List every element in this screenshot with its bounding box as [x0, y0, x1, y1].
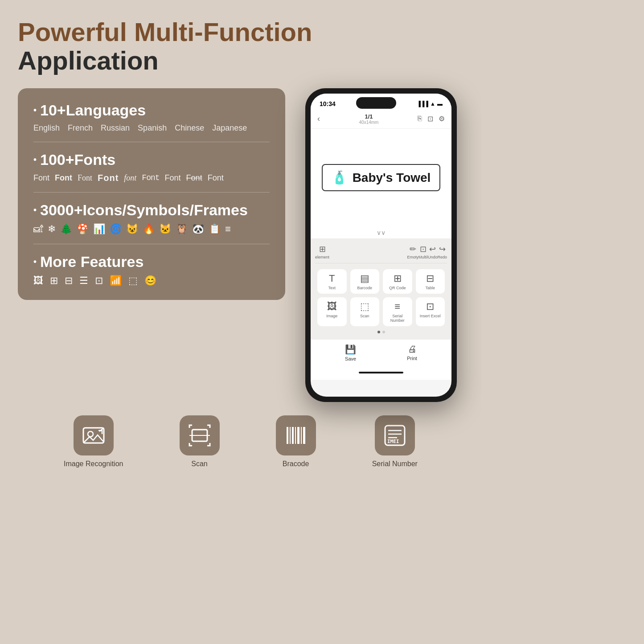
feat-wifi: 📶 — [110, 275, 122, 287]
table-icon: ⊟ — [426, 273, 434, 284]
emoty-btn[interactable]: ✏ Emoty — [407, 244, 418, 259]
icons-title: • 3000+Icons/Symbols/Frames — [33, 201, 270, 219]
tool-serial[interactable]: ≡ Serial Number — [383, 297, 412, 326]
tool-image[interactable]: 🖼 Image — [317, 297, 347, 326]
page-info: 1/1 40x14mm — [359, 113, 379, 125]
icon-chart: 📊 — [93, 223, 105, 235]
image-recognition-box — [74, 415, 114, 455]
icon-layers: 📋 — [209, 223, 221, 235]
undo-label: Undo — [428, 255, 438, 259]
image-recognition-icon — [82, 424, 105, 447]
back-button[interactable]: ‹ — [317, 114, 320, 123]
emoty-icon: ✏ — [410, 244, 416, 254]
wifi-icon: ▲ — [430, 101, 435, 107]
image-label: Image — [326, 314, 337, 318]
save-icon: 💾 — [345, 344, 356, 355]
element-label: element — [315, 255, 329, 259]
barcode-box — [276, 415, 316, 455]
font-sample-9: Font — [208, 173, 224, 183]
scan-label: Scan — [360, 314, 369, 318]
redo-btn[interactable]: ↪ Redo — [437, 244, 447, 259]
serial-icon-svg: IMEI — [384, 424, 406, 447]
tool-text[interactable]: T Text — [317, 269, 347, 294]
languages-section: • 10+Languages English French Russian Sp… — [33, 102, 270, 142]
home-indicator — [359, 372, 403, 373]
tool-excel[interactable]: ⊡ Insert Excel — [416, 297, 445, 326]
icon-owl: 🦉 — [176, 223, 188, 235]
languages-title: • 10+Languages — [33, 102, 270, 119]
status-time: 10:34 — [320, 100, 336, 107]
bullet-icon: • — [33, 205, 37, 215]
icon-fan: 🌀 — [110, 223, 122, 235]
bottom-toolbar: ⊞ element ✏ Emoty ⊡ Multil — [311, 238, 451, 339]
element-icon: ⊞ — [319, 244, 326, 254]
phone-mockup: 10:34 ▐▐▐ ▲ ▬ ‹ 1/1 40x14mm — [305, 88, 457, 402]
font-sample-8: Font — [186, 173, 202, 183]
svg-text:IMEI: IMEI — [387, 439, 399, 444]
print-action[interactable]: 🖨 Print — [407, 344, 417, 361]
header-section: Powerful Multi-Function Application — [18, 18, 464, 75]
fonts-title: • 100+Fonts — [33, 151, 270, 168]
copy-icon[interactable]: ⎘ — [418, 115, 422, 123]
header-actions: ⎘ ⊡ ⚙ — [418, 115, 445, 123]
svg-rect-5 — [290, 427, 291, 444]
undo-btn[interactable]: ↩ Undo — [428, 244, 438, 259]
settings-icon[interactable]: ⚙ — [439, 115, 445, 123]
multil-btn[interactable]: ⊡ Multil — [418, 244, 428, 259]
dynamic-island — [356, 97, 396, 109]
icon-face2: 🐱 — [159, 223, 171, 235]
print-icon: 🖨 — [408, 344, 417, 354]
tool-scan[interactable]: ⬚ Scan — [350, 297, 380, 326]
lang-russian: Russian — [101, 123, 130, 133]
image-icon: 🖼 — [327, 301, 337, 312]
icon-snowflake: ❄ — [48, 223, 56, 235]
zoom-icon[interactable]: ⊡ — [427, 115, 433, 123]
tool-table[interactable]: ⊟ Table — [416, 269, 445, 294]
icon-panda: 🐼 — [192, 223, 204, 235]
font-sample-3: Font — [78, 173, 92, 183]
bottom-barcode: Bracode — [276, 415, 316, 468]
bullet-icon: • — [33, 257, 37, 267]
font-sample-2: Font — [55, 173, 72, 183]
svg-rect-9 — [301, 427, 302, 444]
toolbar-top: ⊞ element ✏ Emoty ⊡ Multil — [315, 242, 447, 263]
lang-chinese: Chinese — [175, 123, 204, 133]
label-icon: 🧴 — [332, 170, 347, 185]
element-btn[interactable]: ⊞ element — [315, 244, 329, 259]
save-action[interactable]: 💾 Save — [345, 344, 356, 361]
print-label: Print — [407, 356, 417, 361]
text-icon: T — [329, 273, 335, 284]
scroll-indicator: ∨∨ — [311, 227, 451, 238]
lang-japanese: Japanese — [212, 123, 247, 133]
tool-barcode[interactable]: ▤ Barcode — [350, 269, 380, 294]
feature-panel: • 10+Languages English French Russian Sp… — [18, 88, 285, 300]
font-sample-6: Font — [142, 173, 159, 182]
tool-qrcode[interactable]: ⊞ QR Code — [383, 269, 412, 294]
svg-point-1 — [88, 431, 93, 437]
bullet-icon: • — [33, 105, 37, 115]
icon-fire: 🔥 — [143, 223, 155, 235]
main-container: Powerful Multi-Function Application • 10… — [0, 0, 481, 490]
bottom-section: Image Recognition Scan — [18, 402, 464, 477]
lang-english: English — [33, 123, 60, 133]
label-text: Baby's Towel — [353, 171, 431, 185]
svg-rect-7 — [295, 427, 296, 444]
bottom-image-recognition: Image Recognition — [64, 415, 123, 468]
barcode-icon-svg — [285, 424, 307, 447]
table-label: Table — [425, 286, 435, 290]
bullet-icon: • — [33, 155, 37, 165]
icons-section: • 3000+Icons/Symbols/Frames 🛋 ❄ 🌲 🍄 📊 🌀 … — [33, 201, 270, 244]
multil-label: Multil — [418, 255, 428, 259]
feat-frame: ⊞ — [50, 275, 58, 287]
phone-screen: 10:34 ▐▐▐ ▲ ▬ ‹ 1/1 40x14mm — [311, 94, 451, 397]
emoty-label: Emoty — [407, 255, 418, 259]
qrcode-icon: ⊞ — [394, 273, 402, 284]
scan-box — [180, 415, 220, 455]
more-features-title: • More Features — [33, 253, 270, 271]
phone-container: 10:34 ▐▐▐ ▲ ▬ ‹ 1/1 40x14mm — [299, 88, 464, 402]
icon-face1: 😺 — [126, 223, 138, 235]
feat-image: 🖼 — [33, 275, 43, 287]
undo-icon: ↩ — [429, 244, 436, 254]
fonts-row: Font Font Font Font font Font Font Font … — [33, 173, 270, 183]
svg-rect-8 — [297, 427, 299, 444]
